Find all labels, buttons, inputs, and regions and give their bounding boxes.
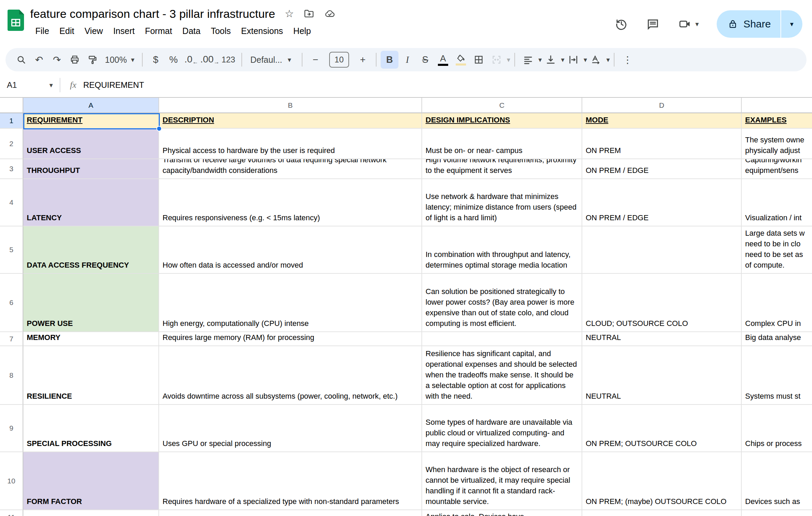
- cell-C4[interactable]: Use network & hardware that minimizes la…: [422, 179, 582, 226]
- cell-D9[interactable]: ON PREM; OUTSOURCE COLO: [582, 405, 742, 452]
- more-options-icon[interactable]: ⋮: [619, 51, 636, 69]
- cell-D4[interactable]: ON PREM / EDGE: [582, 179, 742, 226]
- cell-E11[interactable]: [742, 510, 812, 516]
- cell-C8[interactable]: Resilience has significant capital, and …: [422, 346, 582, 405]
- version-history-icon[interactable]: [614, 17, 628, 31]
- strikethrough-button[interactable]: S: [416, 51, 434, 69]
- cell-E10[interactable]: Devices such as: [742, 452, 812, 510]
- cell-A10[interactable]: FORM FACTOR: [23, 452, 159, 510]
- cell-B5[interactable]: How often data is accessed and/or moved: [159, 226, 422, 274]
- menu-edit[interactable]: Edit: [54, 23, 79, 39]
- cell-B2[interactable]: Physical access to hardware by the user …: [159, 129, 422, 159]
- cell-A9[interactable]: SPECIAL PROCESSING: [23, 405, 159, 452]
- share-dropdown[interactable]: ▾: [781, 10, 802, 38]
- text-rotation-caret-icon[interactable]: ▾: [606, 56, 610, 63]
- menu-extensions[interactable]: Extensions: [236, 23, 288, 39]
- cell-A8[interactable]: RESILIENCE: [23, 346, 159, 405]
- increase-decimal-button[interactable]: .00→: [200, 51, 219, 69]
- fill-color-button[interactable]: [452, 51, 470, 69]
- share-button[interactable]: Share ▾: [717, 10, 802, 38]
- cell-E5[interactable]: Large data sets w need to be in clo need…: [742, 226, 812, 274]
- cell-D8[interactable]: NEUTRAL: [582, 346, 742, 405]
- comments-icon[interactable]: [646, 17, 660, 31]
- undo-icon[interactable]: ↶: [30, 51, 48, 69]
- vertical-align-caret-icon[interactable]: ▾: [561, 56, 564, 63]
- cell-A3[interactable]: THROUGHPUT: [23, 159, 159, 179]
- formula-input[interactable]: REQUIREMENT: [83, 80, 144, 90]
- redo-icon[interactable]: ↷: [48, 51, 66, 69]
- move-to-folder-icon[interactable]: [303, 8, 314, 19]
- row-header-10[interactable]: 10: [0, 452, 23, 510]
- horizontal-align-caret-icon[interactable]: ▾: [538, 56, 542, 63]
- vertical-align-button[interactable]: [542, 51, 560, 69]
- row-header-8[interactable]: 8: [0, 346, 23, 405]
- increase-font-size-button[interactable]: +: [354, 51, 372, 69]
- cell-E4[interactable]: Visualization / int: [742, 179, 812, 226]
- column-header-B[interactable]: B: [159, 98, 422, 113]
- menu-format[interactable]: Format: [140, 23, 177, 39]
- column-header-E[interactable]: [742, 98, 812, 113]
- menu-view[interactable]: View: [79, 23, 108, 39]
- cell-D10[interactable]: ON PREM; (maybe) OUTSOURCE COLO: [582, 452, 742, 510]
- print-icon[interactable]: [66, 51, 84, 69]
- cell-A5[interactable]: DATA ACCESS FREQUENCY: [23, 226, 159, 274]
- cell-D5[interactable]: [582, 226, 742, 274]
- row-header-4[interactable]: 4: [0, 179, 23, 226]
- menu-tools[interactable]: Tools: [206, 23, 236, 39]
- search-icon[interactable]: [12, 51, 30, 69]
- decrease-font-size-button[interactable]: −: [307, 51, 324, 69]
- cell-B1[interactable]: DESCRIPTION: [159, 113, 422, 129]
- cell-D3[interactable]: ON PREM / EDGE: [582, 159, 742, 179]
- column-header-D[interactable]: D: [582, 98, 742, 113]
- video-call-caret-icon[interactable]: ▾: [695, 21, 699, 27]
- cell-B3[interactable]: Transmit or receive large volumes of dat…: [159, 159, 422, 179]
- column-header-A[interactable]: A: [23, 98, 159, 113]
- menu-data[interactable]: Data: [177, 23, 206, 39]
- sheets-logo-icon[interactable]: [8, 10, 24, 31]
- cell-B11[interactable]: [159, 510, 422, 516]
- cell-C6[interactable]: Can solution be positioned strategically…: [422, 274, 582, 332]
- cell-D7[interactable]: NEUTRAL: [582, 332, 742, 346]
- merge-cells-button[interactable]: [488, 51, 505, 69]
- cell-C3[interactable]: High volume network requirements; proxim…: [422, 159, 582, 179]
- text-rotation-button[interactable]: [587, 51, 605, 69]
- cell-C2[interactable]: Must be on- or near- campus: [422, 129, 582, 159]
- cloud-saved-icon[interactable]: [324, 8, 336, 19]
- cell-B7[interactable]: Requires large memory (RAM) for processi…: [159, 332, 422, 346]
- format-currency-button[interactable]: $: [147, 51, 165, 69]
- text-wrap-caret-icon[interactable]: ▾: [584, 56, 587, 63]
- cell-C5[interactable]: In combination with throughput and laten…: [422, 226, 582, 274]
- cell-B4[interactable]: Requires responsiveness (e.g. < 15ms lat…: [159, 179, 422, 226]
- cell-E1[interactable]: EXAMPLES: [742, 113, 812, 129]
- name-box[interactable]: A1 ▾: [3, 80, 58, 90]
- cell-A1[interactable]: REQUIREMENT: [23, 113, 159, 129]
- fill-handle[interactable]: [156, 126, 162, 131]
- row-header-2[interactable]: 2: [0, 129, 23, 159]
- cell-D1[interactable]: MODE: [582, 113, 742, 129]
- cell-D11[interactable]: [582, 510, 742, 516]
- row-header-11[interactable]: 11: [0, 510, 23, 516]
- cell-A6[interactable]: POWER USE: [23, 274, 159, 332]
- document-title[interactable]: feature comparison chart - 3 pillar infr…: [30, 7, 275, 21]
- cell-E2[interactable]: The system owne physically adjust: [742, 129, 812, 159]
- row-header-3[interactable]: 3: [0, 159, 23, 179]
- decrease-decimal-button[interactable]: .0←: [182, 51, 200, 69]
- more-formats-button[interactable]: 123: [219, 51, 237, 69]
- cell-E8[interactable]: Systems must st: [742, 346, 812, 405]
- star-icon[interactable]: ☆: [285, 9, 294, 19]
- font-family-select[interactable]: Defaul... ▾: [246, 55, 298, 65]
- borders-button[interactable]: [470, 51, 488, 69]
- cell-C9[interactable]: Some types of hardware are unavailable v…: [422, 405, 582, 452]
- cell-E3[interactable]: Capturing/workin equipment/sens: [742, 159, 812, 179]
- menu-file[interactable]: File: [30, 23, 54, 39]
- cell-C11[interactable]: Applies to colo. Devices have: [422, 510, 582, 516]
- row-header-9[interactable]: 9: [0, 405, 23, 452]
- cell-B10[interactable]: Requires hardware of a specialized type …: [159, 452, 422, 510]
- grid-corner[interactable]: [0, 98, 23, 113]
- bold-button[interactable]: B: [381, 51, 398, 69]
- cell-D6[interactable]: CLOUD; OUTSOURCE COLO: [582, 274, 742, 332]
- text-wrap-button[interactable]: [564, 51, 582, 69]
- cell-E7[interactable]: Big data analyse: [742, 332, 812, 346]
- cell-B9[interactable]: Uses GPU or special processing: [159, 405, 422, 452]
- column-header-C[interactable]: C: [422, 98, 582, 113]
